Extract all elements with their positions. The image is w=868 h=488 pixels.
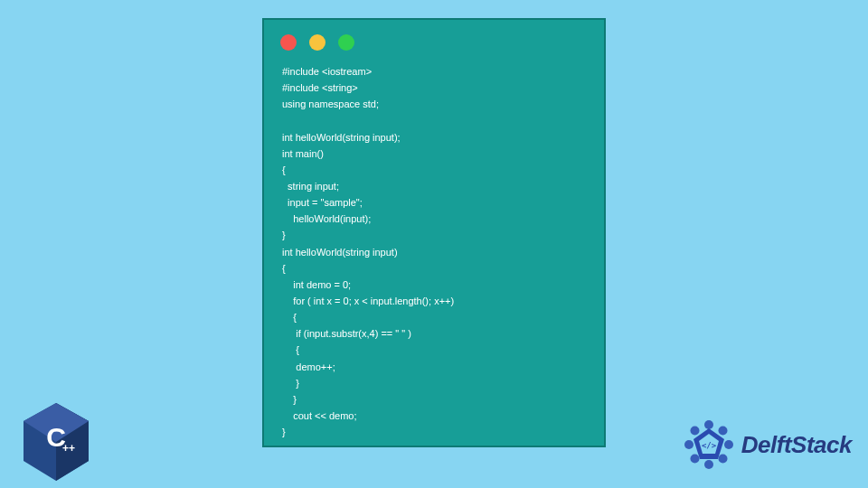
- maximize-icon[interactable]: [338, 34, 354, 51]
- delftstack-emblem-icon: </>: [682, 418, 736, 472]
- delftstack-logo: </> DelftStack: [682, 418, 852, 472]
- delftstack-name: DelftStack: [741, 431, 852, 459]
- svg-point-12: [690, 427, 699, 436]
- svg-point-10: [690, 455, 699, 464]
- svg-point-6: [718, 427, 727, 436]
- svg-point-9: [704, 460, 713, 469]
- window-controls: [264, 20, 604, 60]
- svg-point-7: [724, 440, 733, 449]
- svg-point-8: [718, 455, 727, 464]
- code-window: #include <iostream> #include <string> us…: [262, 18, 606, 447]
- svg-text:</>: </>: [702, 441, 717, 450]
- cpp-logo-icon: C ++: [20, 401, 92, 483]
- svg-point-5: [704, 420, 713, 429]
- close-icon[interactable]: [280, 34, 297, 51]
- code-block: #include <iostream> #include <string> us…: [264, 60, 604, 455]
- minimize-icon[interactable]: [309, 34, 326, 51]
- svg-point-11: [684, 440, 693, 449]
- svg-text:++: ++: [62, 442, 75, 455]
